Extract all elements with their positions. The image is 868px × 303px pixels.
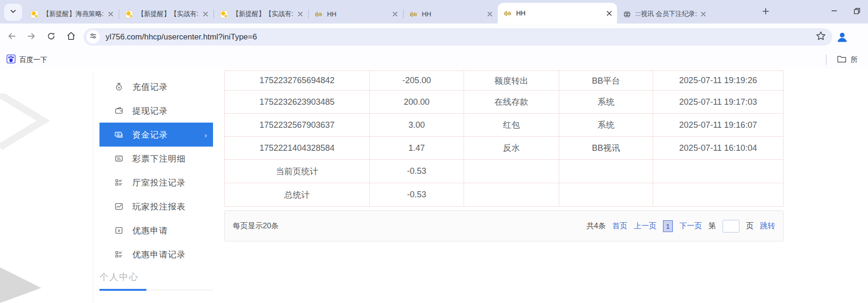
sidebar-item-funds-records[interactable]: 资金记录 ›: [99, 123, 213, 147]
sidebar-item-withdraw-records[interactable]: 提现记录: [99, 99, 213, 123]
cell-amount: 200.00: [370, 91, 464, 113]
tab-title: 【新提醒】【实战有:: [137, 10, 201, 18]
tab-forum-2[interactable]: 【新提醒】【实战有:: [119, 5, 213, 23]
next-page-link[interactable]: 下一页: [679, 221, 702, 231]
coupon-icon: ¥: [114, 226, 124, 235]
tab-close-icon[interactable]: [699, 10, 708, 18]
sidebar-section: 个人中心: [99, 271, 213, 291]
cell-type: 额度转出: [464, 71, 559, 90]
globe-favicon-icon: [623, 10, 631, 18]
tab-hh-active[interactable]: HH: [498, 3, 617, 23]
cell-type: 红包: [464, 114, 559, 136]
chevron-right-icon: ›: [205, 131, 207, 139]
tab-video-records[interactable]: :::视讯 会员下注纪录:: [617, 5, 711, 23]
jump-suffix-label: 页: [746, 221, 754, 231]
sidebar-item-recharge-records[interactable]: ¥ 充值记录: [99, 75, 213, 99]
cell-label: 当前页统计: [225, 160, 370, 183]
cell-platform: BB视讯: [559, 137, 653, 159]
tab-title: HH: [327, 10, 391, 18]
page-jump-input[interactable]: [723, 220, 739, 233]
table-row: 1752232567903637 3.00 红包 系统 2025-07-11 1…: [225, 114, 783, 137]
tab-forum-1[interactable]: 【新提醒】海燕策略:: [24, 5, 119, 23]
goldwave-favicon-icon: [503, 9, 512, 17]
browser-toolbar: yl756.com/hhcp/usercenter.html?iniType=6: [0, 23, 868, 50]
forum-favicon-icon: [30, 10, 38, 18]
cell-empty: [653, 183, 783, 206]
minimize-button[interactable]: [823, 0, 845, 23]
folder-icon: [837, 54, 846, 65]
bookmark-star-button[interactable]: [814, 30, 828, 44]
bookmarks-bar-right: 所: [826, 50, 868, 69]
tab-title: 【新提醒】【实战有:: [232, 10, 296, 18]
svg-text:¥: ¥: [118, 85, 120, 90]
restore-button[interactable]: [845, 0, 868, 23]
sidebar-item-label: 优惠申请: [132, 225, 168, 236]
url-text[interactable]: yl756.com/hhcp/usercenter.html?iniType=6: [106, 32, 814, 42]
first-page-link[interactable]: 首页: [612, 221, 627, 231]
sidebar-item-hall-bet-records[interactable]: 厅室投注记录: [99, 171, 213, 194]
site-info-button[interactable]: [86, 30, 100, 44]
tab-close-icon[interactable]: [107, 10, 115, 18]
list-icon: [114, 250, 124, 259]
sidebar-item-label: 彩票下注明细: [132, 153, 186, 164]
address-bar[interactable]: yl756.com/hhcp/usercenter.html?iniType=6: [84, 28, 832, 46]
jump-button[interactable]: 跳转: [760, 221, 775, 231]
reload-button[interactable]: [43, 29, 59, 45]
new-tab-button[interactable]: [759, 6, 772, 19]
current-page-badge[interactable]: 1: [663, 220, 673, 232]
sidebar-item-lottery-bet-details[interactable]: 彩票下注明细: [99, 147, 213, 171]
section-title: 个人中心: [99, 271, 213, 283]
tab-search-button[interactable]: [4, 4, 22, 21]
tab-close-icon[interactable]: [296, 10, 305, 18]
per-page-label: 每页显示20条: [233, 221, 279, 231]
table-row-grand-total: 总统计 -0.53: [225, 183, 783, 207]
tab-hh-1[interactable]: HH: [309, 5, 403, 23]
cell-empty: [559, 160, 653, 183]
sidebar-divider: [93, 72, 93, 303]
cell-order-id: 1752232623903485: [225, 91, 370, 113]
tab-title: HH: [516, 9, 605, 17]
cell-time: 2025-07-11 19:16:07: [653, 114, 783, 136]
cell-platform: 系统: [559, 114, 653, 136]
forum-favicon-icon: [220, 10, 228, 18]
total-count-label: 共4条: [586, 221, 606, 231]
sidebar-item-label: 厅室投注记录: [132, 177, 186, 188]
bookmark-label: 百度一下: [19, 55, 47, 64]
page-content: ¥ 充值记录 提现记录 资金记录 › 彩票下注明细: [0, 69, 868, 303]
sidebar-item-promo-apply-records[interactable]: 优惠申请记录: [99, 242, 213, 266]
tab-title: HH: [422, 10, 486, 18]
forward-button[interactable]: [23, 29, 39, 45]
tab-close-icon[interactable]: [486, 10, 494, 18]
table-row: 1752221404328584 1.47 反水 BB视讯 2025-07-11…: [225, 137, 783, 160]
table-row: 1752232623903485 200.00 在线存款 系统 2025-07-…: [225, 91, 783, 114]
tabs-container: 【新提醒】海燕策略: 【新提醒】【实战有: 【新提醒】【实战有:: [24, 3, 711, 23]
tab-close-icon[interactable]: [605, 9, 613, 17]
wallet-icon: [114, 106, 124, 115]
cell-type: 反水: [464, 137, 559, 159]
prev-page-link[interactable]: 上一页: [634, 221, 656, 231]
cell-amount: 3.00: [370, 114, 464, 136]
profile-avatar[interactable]: [836, 31, 848, 43]
back-button[interactable]: [4, 29, 20, 45]
cell-empty: [464, 183, 559, 206]
tab-close-icon[interactable]: [391, 10, 399, 18]
baidu-paw-icon: [7, 54, 15, 65]
sidebar-item-player-bet-report[interactable]: 玩家投注报表: [99, 194, 213, 218]
sidebar-item-promo-apply[interactable]: ¥ 优惠申请: [99, 218, 213, 242]
tab-forum-3[interactable]: 【新提醒】【实战有:: [214, 5, 308, 23]
cell-time: 2025-07-11 19:17:03: [653, 91, 783, 113]
home-button[interactable]: [63, 29, 79, 45]
tab-close-icon[interactable]: [201, 10, 210, 18]
home-icon: [66, 31, 76, 43]
tab-hh-2[interactable]: HH: [404, 5, 498, 23]
all-bookmarks-button[interactable]: 所: [837, 54, 868, 65]
sidebar-item-label: 优惠申请记录: [132, 249, 186, 260]
minimize-icon: [831, 8, 838, 16]
cell-empty: [559, 183, 653, 206]
table-row: 1752232765694842 -205.00 额度转出 BB平台 2025-…: [225, 71, 783, 91]
goldwave-favicon-icon: [409, 10, 418, 18]
banknotes-icon: [114, 130, 124, 140]
moneybag-icon: ¥: [114, 82, 124, 91]
bookmark-baidu[interactable]: 百度一下: [7, 54, 47, 65]
cell-empty: [653, 160, 783, 183]
